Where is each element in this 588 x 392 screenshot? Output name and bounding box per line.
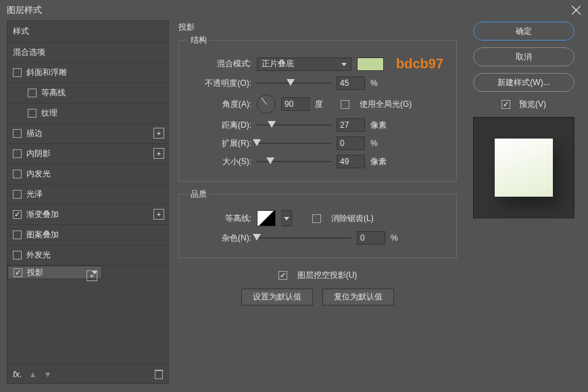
style-checkbox[interactable] xyxy=(13,129,22,138)
style-label: 光泽 xyxy=(26,189,43,200)
contour-picker[interactable] xyxy=(257,210,276,226)
distance-input[interactable] xyxy=(337,118,365,132)
fx-icon[interactable]: fx. xyxy=(13,369,22,379)
style-label: 纹理 xyxy=(41,107,57,119)
style-item-9[interactable]: 外发光 xyxy=(7,245,168,266)
dialog-title: 图层样式 xyxy=(7,4,42,16)
quality-group: 品质 等高线: 消除锯齿(L) 杂色(N): % xyxy=(178,189,457,258)
style-item-7[interactable]: 渐变叠加+ xyxy=(7,205,168,225)
angle-dial[interactable] xyxy=(257,95,276,114)
size-input[interactable] xyxy=(337,155,365,168)
style-checkbox[interactable] xyxy=(13,210,22,219)
style-item-2[interactable]: 纹理 xyxy=(7,103,168,124)
add-effect-icon[interactable]: + xyxy=(153,128,164,139)
style-label: 投影 xyxy=(27,267,43,278)
style-item-1[interactable]: 等高线 xyxy=(7,83,168,103)
style-checkbox[interactable] xyxy=(13,68,22,77)
new-style-button[interactable]: 新建样式(W)... xyxy=(473,73,574,92)
arrow-up-icon[interactable]: ▲ xyxy=(29,370,37,379)
styles-panel: 样式 混合选项 斜面和浮雕等高线纹理描边+内阴影+内发光光泽渐变叠加+图案叠加外… xyxy=(7,20,169,384)
preview-thumbnail xyxy=(473,117,574,218)
noise-slider[interactable] xyxy=(257,232,351,244)
opacity-input[interactable] xyxy=(337,76,365,90)
contour-dropdown[interactable] xyxy=(281,210,292,226)
ok-button[interactable]: 确定 xyxy=(473,22,574,41)
opacity-slider[interactable] xyxy=(257,77,331,89)
style-checkbox[interactable] xyxy=(28,89,36,97)
style-checkbox[interactable] xyxy=(14,268,22,277)
style-checkbox[interactable] xyxy=(13,251,22,260)
style-label: 外发光 xyxy=(26,249,51,261)
shadow-color-swatch[interactable] xyxy=(357,57,384,71)
style-label: 内发光 xyxy=(26,168,51,180)
effect-heading: 投影 xyxy=(176,20,460,34)
style-label: 描边 xyxy=(26,128,43,139)
style-label: 内阴影 xyxy=(26,148,51,160)
add-effect-icon[interactable]: + xyxy=(153,148,164,159)
watermark: bdcb97 xyxy=(396,56,443,72)
structure-group: 结构 混合模式: 正片叠底 bdcb97 不透明度(O): % 角度(A): 度… xyxy=(178,34,457,182)
style-label: 图案叠加 xyxy=(26,229,59,241)
style-item-3[interactable]: 描边+ xyxy=(7,124,168,144)
style-checkbox[interactable] xyxy=(13,170,22,178)
reset-default-button[interactable]: 复位为默认值 xyxy=(322,289,394,305)
style-item-5[interactable]: 内发光 xyxy=(7,164,168,185)
blend-mode-select[interactable]: 正片叠底 xyxy=(257,57,351,71)
spread-input[interactable] xyxy=(337,137,365,150)
knockout-checkbox[interactable] xyxy=(278,271,287,280)
arrow-down-icon[interactable]: ▼ xyxy=(44,370,52,379)
style-label: 等高线 xyxy=(41,87,66,99)
antialias-checkbox[interactable] xyxy=(312,214,321,223)
distance-slider[interactable] xyxy=(257,119,331,131)
style-checkbox[interactable] xyxy=(13,190,22,199)
size-slider[interactable] xyxy=(257,155,331,168)
close-icon[interactable] xyxy=(572,5,581,15)
style-item-4[interactable]: 内阴影+ xyxy=(7,144,168,164)
cancel-button[interactable]: 取消 xyxy=(473,47,574,66)
styles-header: 样式 xyxy=(7,21,168,43)
style-checkbox[interactable] xyxy=(28,109,36,118)
trash-icon[interactable] xyxy=(155,370,163,379)
global-light-checkbox[interactable] xyxy=(341,100,349,109)
style-item-0[interactable]: 斜面和浮雕 xyxy=(7,63,168,83)
style-label: 渐变叠加 xyxy=(26,209,59,220)
add-effect-icon[interactable]: + xyxy=(87,270,97,281)
style-checkbox[interactable] xyxy=(13,149,22,158)
spread-slider[interactable] xyxy=(257,137,331,149)
style-checkbox[interactable] xyxy=(13,230,22,239)
angle-input[interactable] xyxy=(281,97,310,111)
set-default-button[interactable]: 设置为默认值 xyxy=(241,289,313,305)
style-item-10[interactable]: 投影+ xyxy=(7,266,102,279)
add-effect-icon[interactable]: + xyxy=(153,209,164,220)
noise-input[interactable] xyxy=(357,231,385,245)
style-label: 斜面和浮雕 xyxy=(26,67,67,78)
style-item-8[interactable]: 图案叠加 xyxy=(7,225,168,245)
style-item-6[interactable]: 光泽 xyxy=(7,185,168,205)
preview-checkbox[interactable] xyxy=(501,100,510,109)
blending-options[interactable]: 混合选项 xyxy=(7,43,168,63)
